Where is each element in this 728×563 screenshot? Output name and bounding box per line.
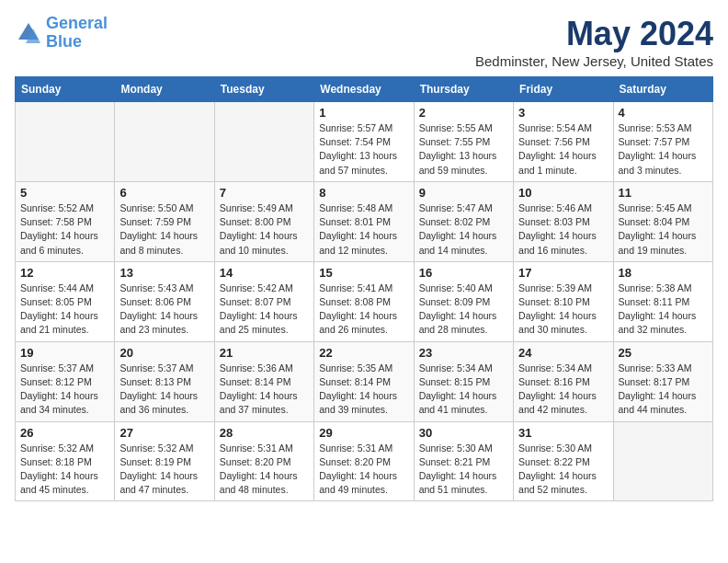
day-info: Sunrise: 5:44 AMSunset: 8:05 PMDaylight:…	[20, 282, 109, 338]
day-info: Sunrise: 5:39 AMSunset: 8:10 PMDaylight:…	[518, 282, 608, 338]
day-info: Sunrise: 5:50 AMSunset: 7:59 PMDaylight:…	[119, 201, 209, 258]
calendar-day-cell: 18Sunrise: 5:38 AMSunset: 8:11 PMDayligh…	[613, 261, 712, 341]
day-number: 12	[20, 266, 109, 280]
day-number: 13	[119, 266, 209, 280]
day-number: 30	[419, 426, 508, 440]
month-title: May 2024	[475, 15, 713, 53]
day-info: Sunrise: 5:55 AMSunset: 7:55 PMDaylight:…	[419, 121, 508, 178]
day-info: Sunrise: 5:42 AMSunset: 8:07 PMDaylight:…	[220, 282, 309, 338]
calendar-day-cell: 24Sunrise: 5:34 AMSunset: 8:16 PMDayligh…	[514, 341, 613, 421]
weekday-header: Saturday	[613, 77, 712, 102]
calendar-day-cell: 26Sunrise: 5:32 AMSunset: 8:18 PMDayligh…	[16, 421, 115, 501]
day-info: Sunrise: 5:49 AMSunset: 8:00 PMDaylight:…	[220, 201, 309, 258]
day-number: 16	[419, 266, 508, 280]
calendar-day-cell: 3Sunrise: 5:54 AMSunset: 7:56 PMDaylight…	[514, 102, 613, 182]
calendar-day-cell: 20Sunrise: 5:37 AMSunset: 8:13 PMDayligh…	[115, 341, 214, 421]
calendar-day-cell: 22Sunrise: 5:35 AMSunset: 8:14 PMDayligh…	[314, 341, 414, 421]
day-info: Sunrise: 5:43 AMSunset: 8:06 PMDaylight:…	[119, 282, 209, 338]
weekday-header: Tuesday	[214, 77, 313, 102]
day-number: 31	[518, 426, 608, 440]
weekday-header: Thursday	[414, 77, 513, 102]
calendar-day-cell: 25Sunrise: 5:33 AMSunset: 8:17 PMDayligh…	[613, 341, 712, 421]
weekday-header: Monday	[115, 77, 214, 102]
calendar-day-cell: 16Sunrise: 5:40 AMSunset: 8:09 PMDayligh…	[414, 261, 513, 341]
calendar-header-row: SundayMondayTuesdayWednesdayThursdayFrid…	[16, 77, 713, 102]
title-area: May 2024 Bedminster, New Jersey, United …	[475, 15, 713, 69]
day-number: 22	[319, 346, 408, 360]
calendar-day-cell: 28Sunrise: 5:31 AMSunset: 8:20 PMDayligh…	[214, 421, 313, 501]
day-info: Sunrise: 5:31 AMSunset: 8:20 PMDaylight:…	[220, 442, 309, 498]
day-info: Sunrise: 5:46 AMSunset: 8:03 PMDaylight:…	[518, 201, 608, 258]
logo-icon	[15, 19, 42, 47]
day-info: Sunrise: 5:32 AMSunset: 8:18 PMDaylight:…	[20, 442, 109, 498]
day-number: 7	[220, 186, 309, 200]
calendar-day-cell: 29Sunrise: 5:31 AMSunset: 8:20 PMDayligh…	[314, 421, 414, 501]
day-number: 26	[20, 426, 109, 440]
calendar-day-cell: 6Sunrise: 5:50 AMSunset: 7:59 PMDaylight…	[115, 181, 214, 261]
calendar-day-cell	[613, 421, 712, 501]
day-info: Sunrise: 5:32 AMSunset: 8:19 PMDaylight:…	[119, 442, 209, 498]
calendar-day-cell: 15Sunrise: 5:41 AMSunset: 8:08 PMDayligh…	[314, 261, 414, 341]
day-info: Sunrise: 5:47 AMSunset: 8:02 PMDaylight:…	[419, 201, 508, 258]
day-info: Sunrise: 5:52 AMSunset: 7:58 PMDaylight:…	[20, 201, 109, 258]
day-number: 3	[518, 106, 608, 120]
day-info: Sunrise: 5:48 AMSunset: 8:01 PMDaylight:…	[319, 201, 408, 258]
day-number: 9	[419, 186, 508, 200]
calendar-day-cell: 30Sunrise: 5:30 AMSunset: 8:21 PMDayligh…	[414, 421, 513, 501]
day-info: Sunrise: 5:40 AMSunset: 8:09 PMDaylight:…	[419, 282, 508, 338]
day-number: 29	[319, 426, 408, 440]
day-info: Sunrise: 5:45 AMSunset: 8:04 PMDaylight:…	[619, 201, 708, 258]
day-info: Sunrise: 5:35 AMSunset: 8:14 PMDaylight:…	[319, 362, 408, 418]
calendar-day-cell: 7Sunrise: 5:49 AMSunset: 8:00 PMDaylight…	[214, 181, 313, 261]
day-info: Sunrise: 5:37 AMSunset: 8:13 PMDaylight:…	[119, 362, 209, 418]
day-number: 6	[119, 186, 209, 200]
logo-line1: General	[46, 14, 108, 32]
calendar-day-cell	[16, 102, 115, 182]
calendar-day-cell: 21Sunrise: 5:36 AMSunset: 8:14 PMDayligh…	[214, 341, 313, 421]
logo: General Blue	[15, 15, 108, 52]
day-number: 28	[220, 426, 309, 440]
calendar-day-cell: 19Sunrise: 5:37 AMSunset: 8:12 PMDayligh…	[16, 341, 115, 421]
day-info: Sunrise: 5:57 AMSunset: 7:54 PMDaylight:…	[319, 121, 408, 178]
calendar-week-row: 19Sunrise: 5:37 AMSunset: 8:12 PMDayligh…	[16, 341, 713, 421]
day-number: 24	[518, 346, 608, 360]
day-number: 15	[319, 266, 408, 280]
calendar-day-cell: 12Sunrise: 5:44 AMSunset: 8:05 PMDayligh…	[16, 261, 115, 341]
day-number: 25	[619, 346, 708, 360]
day-number: 19	[20, 346, 109, 360]
day-number: 17	[518, 266, 608, 280]
day-number: 10	[518, 186, 608, 200]
calendar-day-cell: 8Sunrise: 5:48 AMSunset: 8:01 PMDaylight…	[314, 181, 414, 261]
calendar-day-cell: 14Sunrise: 5:42 AMSunset: 8:07 PMDayligh…	[214, 261, 313, 341]
calendar-day-cell: 17Sunrise: 5:39 AMSunset: 8:10 PMDayligh…	[514, 261, 613, 341]
weekday-header: Friday	[514, 77, 613, 102]
day-number: 20	[119, 346, 209, 360]
calendar-week-row: 5Sunrise: 5:52 AMSunset: 7:58 PMDaylight…	[16, 181, 713, 261]
calendar-day-cell: 4Sunrise: 5:53 AMSunset: 7:57 PMDaylight…	[613, 102, 712, 182]
day-number: 14	[220, 266, 309, 280]
logo-line2: Blue	[46, 32, 82, 51]
calendar-week-row: 1Sunrise: 5:57 AMSunset: 7:54 PMDaylight…	[16, 102, 713, 182]
weekday-header: Sunday	[16, 77, 115, 102]
day-info: Sunrise: 5:33 AMSunset: 8:17 PMDaylight:…	[619, 362, 708, 418]
calendar-day-cell: 31Sunrise: 5:30 AMSunset: 8:22 PMDayligh…	[514, 421, 613, 501]
day-info: Sunrise: 5:30 AMSunset: 8:22 PMDaylight:…	[518, 442, 608, 498]
calendar-day-cell	[214, 102, 313, 182]
location-title: Bedminster, New Jersey, United States	[475, 53, 713, 69]
day-info: Sunrise: 5:41 AMSunset: 8:08 PMDaylight:…	[319, 282, 408, 338]
day-number: 18	[619, 266, 708, 280]
day-info: Sunrise: 5:30 AMSunset: 8:21 PMDaylight:…	[419, 442, 508, 498]
day-info: Sunrise: 5:31 AMSunset: 8:20 PMDaylight:…	[319, 442, 408, 498]
day-info: Sunrise: 5:53 AMSunset: 7:57 PMDaylight:…	[619, 121, 708, 178]
calendar-day-cell: 13Sunrise: 5:43 AMSunset: 8:06 PMDayligh…	[115, 261, 214, 341]
calendar-day-cell: 1Sunrise: 5:57 AMSunset: 7:54 PMDaylight…	[314, 102, 414, 182]
logo-text: General Blue	[46, 15, 108, 52]
calendar-day-cell: 5Sunrise: 5:52 AMSunset: 7:58 PMDaylight…	[16, 181, 115, 261]
day-number: 5	[20, 186, 109, 200]
day-number: 23	[419, 346, 508, 360]
day-number: 2	[419, 106, 508, 120]
calendar-day-cell: 10Sunrise: 5:46 AMSunset: 8:03 PMDayligh…	[514, 181, 613, 261]
weekday-header: Wednesday	[314, 77, 414, 102]
day-number: 8	[319, 186, 408, 200]
day-info: Sunrise: 5:37 AMSunset: 8:12 PMDaylight:…	[20, 362, 109, 418]
